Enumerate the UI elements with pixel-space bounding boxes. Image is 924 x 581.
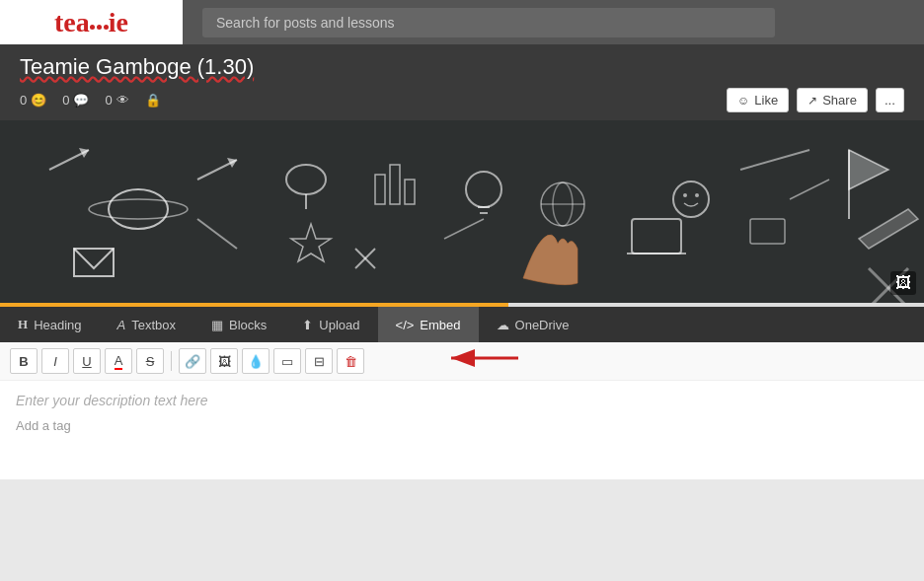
share-icon: ↗ <box>808 94 817 108</box>
format-toolbar-container: B I U A S 🔗 🖼 💧 <box>0 342 924 381</box>
color-fill-button[interactable]: 💧 <box>242 348 270 374</box>
stat-comments: 0 💬 <box>62 93 89 108</box>
stat-views: 0 👁 <box>105 93 128 108</box>
format-toolbar: B I U A S 🔗 🖼 💧 <box>0 342 924 381</box>
tab-onedrive[interactable]: ☁ OneDrive <box>479 307 587 342</box>
banner-image: 🖼 <box>0 120 924 303</box>
bold-button[interactable]: B <box>10 348 38 374</box>
search-bar[interactable] <box>202 8 894 37</box>
header-stats: 0 😊 0 💬 0 👁 🔒 <box>20 93 161 108</box>
svg-point-26 <box>695 193 699 197</box>
tag-input[interactable]: Add a tag <box>16 418 908 433</box>
progress-bar <box>0 303 924 307</box>
link-button[interactable]: 🔗 <box>179 348 206 374</box>
layout-icon: ⊟ <box>314 354 325 369</box>
layout-button[interactable]: ⊟ <box>305 348 333 374</box>
table-icon: ▭ <box>281 354 293 369</box>
onedrive-icon: ☁ <box>497 318 509 332</box>
arrow-annotation <box>439 344 528 372</box>
svg-point-25 <box>683 193 687 197</box>
top-navigation: tea ie <box>0 0 924 44</box>
toolbar-separator-1 <box>171 351 172 371</box>
editor-tabs: H Heading A Textbox ▦ Blocks ⬆ Upload </… <box>0 307 924 342</box>
color-fill-icon: 💧 <box>248 354 264 369</box>
tab-textbox[interactable]: A Textbox <box>100 307 193 342</box>
comment-icon: 💬 <box>73 93 89 108</box>
heading-icon: H <box>18 317 28 332</box>
image-button[interactable]: 🖼 <box>210 348 238 374</box>
link-icon: 🔗 <box>185 354 200 369</box>
italic-button[interactable]: I <box>41 348 69 374</box>
page-header: Teamie Gamboge (1.30) 0 😊 0 💬 0 👁 🔒 ☺ Li <box>0 44 924 120</box>
textbox-icon: A <box>117 318 126 332</box>
progress-fill <box>0 303 508 307</box>
stat-likes: 0 😊 <box>20 93 46 108</box>
stat-lock: 🔒 <box>145 93 161 108</box>
chalk-drawings-svg <box>0 120 924 303</box>
table-button[interactable]: ▭ <box>273 348 301 374</box>
underline-button[interactable]: U <box>73 348 101 374</box>
chalkboard-background <box>0 120 924 303</box>
content-area: Enter your description text here Add a t… <box>0 381 924 479</box>
more-options-button[interactable]: ... <box>876 88 904 112</box>
image-icon: 🖼 <box>218 354 231 369</box>
logo-text: tea ie <box>54 7 128 38</box>
search-input[interactable] <box>202 8 775 37</box>
eye-icon: 👁 <box>116 93 129 108</box>
share-button[interactable]: ↗ Share <box>797 88 868 112</box>
description-placeholder[interactable]: Enter your description text here <box>16 393 908 408</box>
lock-icon: 🔒 <box>145 93 161 108</box>
banner-image-icon[interactable]: 🖼 <box>890 271 916 295</box>
svg-rect-0 <box>0 120 924 303</box>
tab-upload[interactable]: ⬆ Upload <box>284 307 377 342</box>
strikethrough-button[interactable]: S <box>136 348 164 374</box>
upload-icon: ⬆ <box>302 318 313 332</box>
delete-icon: 🗑 <box>345 354 357 369</box>
embed-icon: </> <box>396 318 415 332</box>
tab-heading[interactable]: H Heading <box>0 307 100 342</box>
editor-section: H Heading A Textbox ▦ Blocks ⬆ Upload </… <box>0 307 924 479</box>
like-icon: ☺ <box>737 94 749 108</box>
emoji-smile-icon: 😊 <box>31 93 46 108</box>
blocks-icon: ▦ <box>211 318 223 332</box>
page-title: Teamie Gamboge (1.30) <box>20 54 904 80</box>
delete-button[interactable]: 🗑 <box>337 348 364 374</box>
like-button[interactable]: ☺ Like <box>727 88 789 112</box>
logo-area: tea ie <box>0 0 183 44</box>
header-actions: ☺ Like ↗ Share ... <box>727 88 904 112</box>
font-color-button[interactable]: A <box>105 348 132 374</box>
tab-embed[interactable]: </> Embed <box>378 307 479 342</box>
tab-blocks[interactable]: ▦ Blocks <box>193 307 284 342</box>
